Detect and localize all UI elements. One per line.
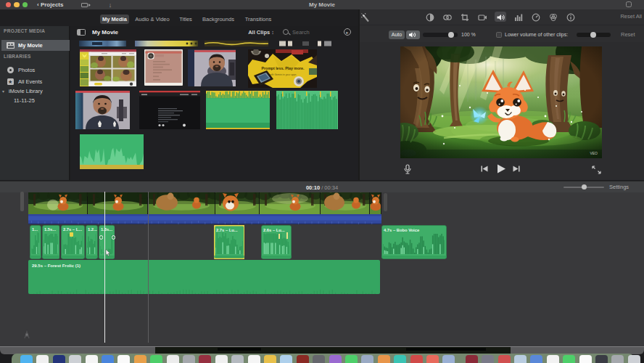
svg-text:1...: 1... (32, 228, 38, 232)
svg-text:with Gemini in your apps: with Gemini in your apps (269, 73, 296, 76)
svg-text:2.7s – Lu...: 2.7s – Lu... (216, 228, 238, 232)
svg-text:1.2...: 1.2... (88, 228, 97, 232)
svg-text:4.7s – Bobo Voice: 4.7s – Bobo Voice (384, 228, 420, 232)
svg-text:29.5s – Forest Frolic (1): 29.5s – Forest Frolic (1) (32, 264, 80, 268)
svg-text:2.7s – L...: 2.7s – L... (63, 228, 82, 232)
svg-text:2.6s – Lu...: 2.6s – Lu... (263, 228, 285, 232)
svg-text:1.5s...: 1.5s... (44, 228, 55, 232)
svg-text:1.3s...: 1.3s... (101, 228, 112, 232)
svg-text:Prompt less. Play more.: Prompt less. Play more. (262, 66, 305, 70)
svg-text:VEO: VEO (590, 151, 598, 155)
